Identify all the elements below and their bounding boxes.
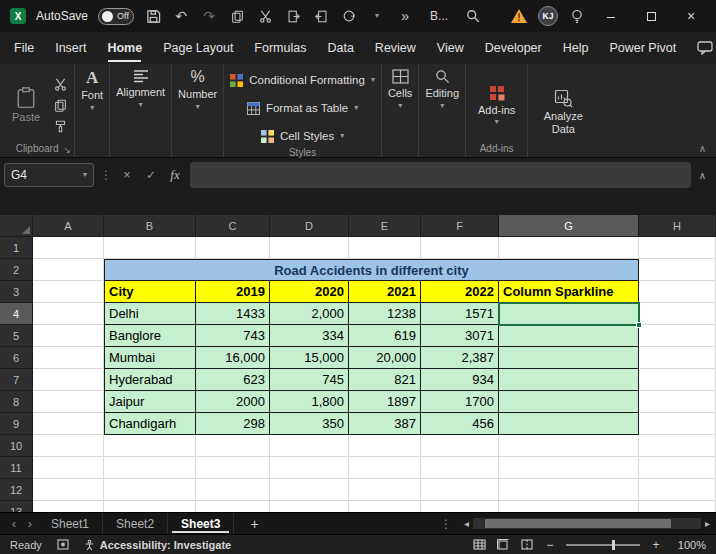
minimize-button[interactable]: –: [596, 4, 626, 28]
cell[interactable]: [33, 369, 104, 391]
tab-power-pivot[interactable]: Power Pivot: [609, 41, 676, 55]
cut-icon[interactable]: [52, 76, 68, 92]
scrollbar-thumb[interactable]: [485, 519, 671, 528]
cell-C7[interactable]: 623: [196, 369, 270, 391]
row-header-5[interactable]: 5: [0, 325, 33, 347]
sheet-tab-sheet1[interactable]: Sheet1: [38, 513, 103, 534]
cell[interactable]: [33, 281, 104, 303]
record-macro-icon[interactable]: [56, 539, 70, 551]
cell[interactable]: [33, 303, 104, 325]
qat-customize-chevron-icon[interactable]: ▾: [368, 7, 386, 25]
cell[interactable]: [639, 479, 716, 501]
number-group[interactable]: % Number ▾: [172, 64, 224, 157]
tabbar-more-icon[interactable]: ⋮: [440, 517, 452, 531]
cell[interactable]: [349, 457, 421, 479]
save-icon[interactable]: [144, 7, 162, 25]
cell[interactable]: [104, 501, 196, 512]
col-header-H[interactable]: H: [639, 215, 716, 237]
cell-C6[interactable]: 16,000: [196, 347, 270, 369]
cell-E6[interactable]: 20,000: [349, 347, 421, 369]
cell[interactable]: [499, 237, 639, 259]
cell-B5[interactable]: Banglore: [104, 325, 196, 347]
zoom-slider-thumb[interactable]: [612, 540, 615, 550]
row-header-6[interactable]: 6: [0, 347, 33, 369]
row-header-2[interactable]: 2: [0, 259, 33, 281]
addins-button[interactable]: Add-ins ▾: [472, 82, 521, 128]
accessibility-status[interactable]: Accessibility: Investigate: [84, 539, 231, 551]
sparkline-cell[interactable]: [499, 325, 639, 347]
normal-view-icon[interactable]: [472, 539, 486, 551]
cell[interactable]: [33, 325, 104, 347]
cell[interactable]: [639, 303, 716, 325]
sheet-nav-prev-icon[interactable]: ‹: [6, 516, 22, 531]
cell[interactable]: [104, 457, 196, 479]
tab-view[interactable]: View: [437, 41, 464, 55]
cell[interactable]: [349, 435, 421, 457]
col-header-F[interactable]: F: [421, 215, 499, 237]
formula-input[interactable]: [190, 162, 691, 188]
tab-review[interactable]: Review: [375, 41, 416, 55]
cell[interactable]: [33, 479, 104, 501]
cell-F7[interactable]: 934: [421, 369, 499, 391]
cell-C5[interactable]: 743: [196, 325, 270, 347]
cell-E7[interactable]: 821: [349, 369, 421, 391]
horizontal-scrollbar[interactable]: [473, 518, 701, 529]
cell[interactable]: [499, 479, 639, 501]
scroll-left-icon[interactable]: ◂: [464, 518, 469, 529]
sheet-tab-sheet3[interactable]: Sheet3: [168, 513, 234, 534]
qat-overflow-icon[interactable]: »: [396, 7, 414, 25]
page-break-view-icon[interactable]: [520, 539, 534, 551]
search-icon[interactable]: [464, 7, 482, 25]
cell[interactable]: [349, 501, 421, 512]
cell[interactable]: [33, 457, 104, 479]
cell[interactable]: [196, 479, 270, 501]
zoom-level[interactable]: 100%: [672, 539, 706, 551]
cell-E4[interactable]: 1238: [349, 303, 421, 325]
copy-icon[interactable]: [52, 97, 68, 113]
collapse-ribbon-icon[interactable]: ∧: [699, 143, 706, 154]
editing-group[interactable]: Editing ▾: [419, 64, 466, 157]
cell-E8[interactable]: 1897: [349, 391, 421, 413]
cell-C9[interactable]: 298: [196, 413, 270, 435]
cell[interactable]: [421, 435, 499, 457]
cell[interactable]: [270, 435, 349, 457]
col-header-E[interactable]: E: [349, 215, 421, 237]
paste-button[interactable]: Paste: [6, 85, 46, 125]
cell[interactable]: [639, 237, 716, 259]
autosave-toggle[interactable]: Off: [98, 8, 134, 25]
tab-insert[interactable]: Insert: [55, 41, 86, 55]
qat-sync-icon[interactable]: [340, 7, 358, 25]
row-header-11[interactable]: 11: [0, 457, 33, 479]
cell[interactable]: [33, 501, 104, 512]
row-header-4[interactable]: 4: [0, 303, 33, 325]
insert-function-icon[interactable]: fx: [166, 166, 184, 184]
cell[interactable]: [196, 237, 270, 259]
cell[interactable]: [104, 237, 196, 259]
cell-D3-header[interactable]: 2020: [270, 281, 349, 303]
cell-B4[interactable]: Delhi: [104, 303, 196, 325]
row-header-9[interactable]: 9: [0, 413, 33, 435]
col-header-C[interactable]: C: [196, 215, 270, 237]
cell-E9[interactable]: 387: [349, 413, 421, 435]
row-header-8[interactable]: 8: [0, 391, 33, 413]
tab-data[interactable]: Data: [327, 41, 353, 55]
fill-handle[interactable]: [636, 322, 642, 328]
cell[interactable]: [349, 479, 421, 501]
conditional-formatting-button[interactable]: Conditional Formatting ▾: [230, 69, 375, 91]
row-header-1[interactable]: 1: [0, 237, 33, 259]
cell[interactable]: [33, 237, 104, 259]
format-painter-icon[interactable]: [52, 118, 68, 134]
cell[interactable]: [421, 457, 499, 479]
cell[interactable]: [639, 325, 716, 347]
zoom-in-button[interactable]: +: [650, 538, 662, 552]
cell-B8[interactable]: Jaipur: [104, 391, 196, 413]
font-group[interactable]: A Font ▾: [75, 64, 110, 157]
warning-icon[interactable]: [510, 7, 528, 25]
enter-icon[interactable]: ✓: [142, 166, 160, 184]
cell-G3-header[interactable]: Column Sparkline: [499, 281, 639, 303]
cell[interactable]: [349, 237, 421, 259]
scroll-right-icon[interactable]: ▸: [705, 518, 710, 529]
cell[interactable]: [639, 281, 716, 303]
sparkline-cell[interactable]: [499, 413, 639, 435]
sparkline-cell[interactable]: [499, 369, 639, 391]
